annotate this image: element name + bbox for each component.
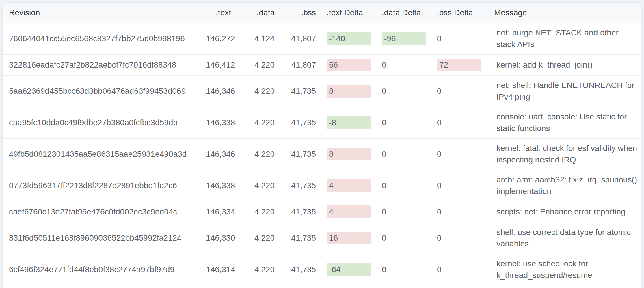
- delta-value: 0: [437, 263, 483, 276]
- delta-badge: 16: [327, 232, 371, 244]
- revision-cell: caa95fc10dda0c49f9dbe27b380a0fcfbc3d59db: [3, 107, 206, 139]
- text-size-cell: 146,338: [206, 107, 241, 139]
- text-delta-cell: 16: [327, 222, 382, 254]
- table-body: 760644041cc55ec6568c8327f7bb275d0b998196…: [3, 23, 641, 285]
- bss-size-cell: 41,735: [278, 170, 327, 201]
- text-size-cell: 146,346: [206, 76, 241, 107]
- revision-size-report-card: Revision .text .data .bss .text Delta .d…: [2, 2, 642, 288]
- bss-delta-cell: 0: [437, 222, 494, 254]
- bss-delta-cell: 0: [437, 76, 494, 107]
- bss-size-cell: 41,735: [278, 107, 327, 139]
- column-header-message: Message: [494, 3, 641, 23]
- bss-size-cell: 41,735: [278, 76, 327, 107]
- table-row: 831f6d50511e168f89609036522bb45992fa2124…: [3, 222, 641, 254]
- data-size-cell: 4,220: [241, 201, 278, 222]
- data-delta-cell: 0: [382, 222, 437, 254]
- delta-value: 0: [382, 148, 426, 160]
- table-row: 5aa62369d455bcc63d3bb06476ad63f99453d069…: [3, 76, 641, 107]
- text-delta-cell: 8: [327, 76, 382, 107]
- delta-value: 0: [437, 232, 483, 244]
- data-delta-cell: -96: [382, 23, 437, 55]
- bss-size-cell: 41,735: [278, 139, 327, 170]
- data-size-cell: 4,124: [241, 23, 278, 55]
- text-size-cell: 146,412: [206, 55, 241, 76]
- bss-size-cell: 41,807: [278, 55, 327, 76]
- text-delta-cell: 66: [327, 55, 382, 76]
- table-row: 322816eadafc27af2b822aebcf7fc7016df88348…: [3, 55, 641, 76]
- column-header-revision: Revision: [3, 3, 206, 23]
- message-cell: scripts: net: Enhance error reporting: [494, 201, 641, 222]
- text-delta-cell: -64: [327, 254, 382, 285]
- data-size-cell: 4,220: [241, 139, 278, 170]
- data-delta-cell: 0: [382, 55, 437, 76]
- delta-value: 0: [382, 179, 426, 192]
- data-size-cell: 4,220: [241, 222, 278, 254]
- delta-value: 0: [382, 116, 426, 129]
- column-header-data-delta: .data Delta: [382, 3, 437, 23]
- bss-delta-cell: 0: [437, 201, 494, 222]
- revision-table: Revision .text .data .bss .text Delta .d…: [3, 3, 641, 285]
- delta-value: 0: [437, 205, 483, 218]
- data-size-cell: 4,220: [241, 107, 278, 139]
- bss-delta-cell: 0: [437, 107, 494, 139]
- data-size-cell: 4,220: [241, 254, 278, 285]
- delta-value: 0: [437, 148, 483, 160]
- column-header-bss-delta: .bss Delta: [437, 3, 494, 23]
- revision-cell: 760644041cc55ec6568c8327f7bb275d0b998196: [3, 23, 206, 55]
- delta-value: 0: [437, 85, 483, 98]
- text-delta-cell: -140: [327, 23, 382, 55]
- message-cell: kernel: use sched lock for k_thread_susp…: [494, 254, 641, 285]
- delta-badge: -140: [327, 32, 371, 45]
- table-row: 0773fd596317ff2213d8f2287d2891ebbe1fd2c6…: [3, 170, 641, 201]
- column-header-text: .text: [206, 3, 241, 23]
- revision-cell: 322816eadafc27af2b822aebcf7fc7016df88348: [3, 55, 206, 76]
- text-size-cell: 146,334: [206, 201, 241, 222]
- delta-value: 0: [437, 116, 483, 129]
- bss-delta-cell: 72: [437, 55, 494, 76]
- text-delta-cell: 4: [327, 201, 382, 222]
- header-row: Revision .text .data .bss .text Delta .d…: [3, 3, 641, 23]
- text-size-cell: 146,346: [206, 139, 241, 170]
- text-delta-cell: 8: [327, 139, 382, 170]
- message-cell: net: shell: Handle ENETUNREACH for IPv4 …: [494, 76, 641, 107]
- delta-value: 0: [382, 263, 426, 276]
- delta-badge: 4: [327, 205, 371, 218]
- bss-size-cell: 41,735: [278, 254, 327, 285]
- text-delta-cell: -8: [327, 107, 382, 139]
- delta-value: 0: [437, 32, 483, 45]
- delta-value: 0: [382, 232, 426, 244]
- bss-size-cell: 41,735: [278, 222, 327, 254]
- delta-badge: -96: [382, 32, 426, 45]
- message-cell: kernel: fatal: check for esf validity wh…: [494, 139, 641, 170]
- data-delta-cell: 0: [382, 139, 437, 170]
- revision-cell: 49fb5d0812301435aa5e86315aae25931e490a3d: [3, 139, 206, 170]
- delta-badge: 72: [437, 59, 481, 71]
- table-header: Revision .text .data .bss .text Delta .d…: [3, 3, 641, 23]
- delta-value: 0: [437, 179, 483, 192]
- bss-size-cell: 41,735: [278, 201, 327, 222]
- revision-cell: 0773fd596317ff2213d8f2287d2891ebbe1fd2c6: [3, 170, 206, 201]
- bss-delta-cell: 0: [437, 170, 494, 201]
- column-header-data: .data: [241, 3, 278, 23]
- table-row: 49fb5d0812301435aa5e86315aae25931e490a3d…: [3, 139, 641, 170]
- delta-value: 0: [382, 85, 426, 98]
- message-cell: kernel: add k_thread_join(): [494, 55, 641, 76]
- delta-badge: 4: [327, 179, 371, 192]
- text-delta-cell: 4: [327, 170, 382, 201]
- revision-cell: cbef6760c13e27faf95e476c0fd002ec3c9ed04c: [3, 201, 206, 222]
- revision-cell: 5aa62369d455bcc63d3bb06476ad63f99453d069: [3, 76, 206, 107]
- message-cell: net: purge NET_STACK and other stack API…: [494, 23, 641, 55]
- data-size-cell: 4,220: [241, 55, 278, 76]
- bss-delta-cell: 0: [437, 254, 494, 285]
- message-cell: shell: use correct data type for atomic …: [494, 222, 641, 254]
- bss-delta-cell: 0: [437, 139, 494, 170]
- delta-badge: 66: [327, 59, 371, 71]
- data-delta-cell: 0: [382, 107, 437, 139]
- table-row: 6cf496f324e771fd44f8eb0f38c2774a97bf97d9…: [3, 254, 641, 285]
- text-size-cell: 146,314: [206, 254, 241, 285]
- table-row: 760644041cc55ec6568c8327f7bb275d0b998196…: [3, 23, 641, 55]
- column-header-text-delta: .text Delta: [327, 3, 382, 23]
- delta-badge: -8: [327, 116, 371, 129]
- revision-cell: 831f6d50511e168f89609036522bb45992fa2124: [3, 222, 206, 254]
- table-row: cbef6760c13e27faf95e476c0fd002ec3c9ed04c…: [3, 201, 641, 222]
